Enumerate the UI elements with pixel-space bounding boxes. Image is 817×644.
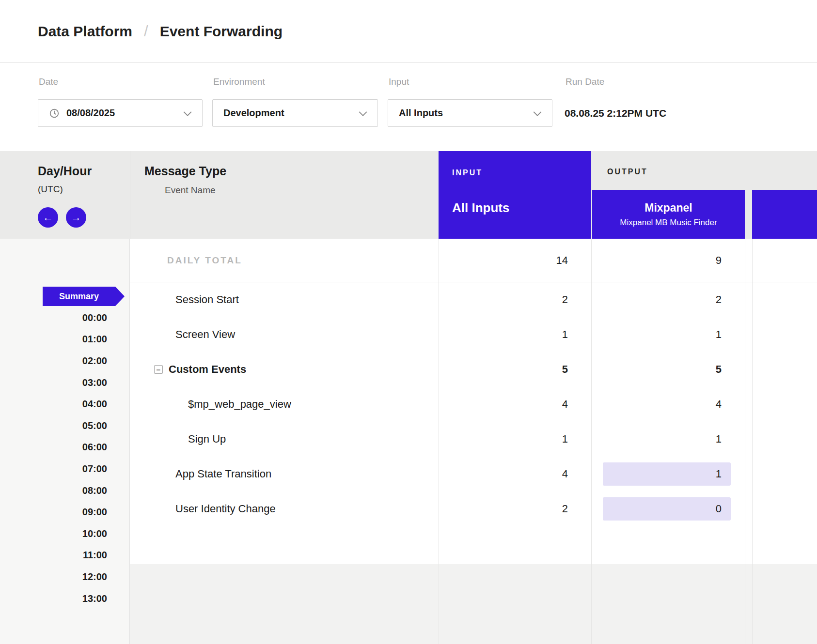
extra-output-cell [752, 491, 817, 526]
column-gap [745, 457, 752, 491]
column-gap [745, 282, 752, 317]
extra-output-cell [752, 387, 817, 422]
day-hour-subtitle: (UTC) [38, 184, 63, 195]
breadcrumb-current-page: Event Forwarding [160, 23, 283, 40]
input-filter-label: Input [389, 77, 409, 87]
event-row: User Identity Change20 [130, 491, 817, 526]
input-count-cell: 2 [439, 282, 591, 317]
hour-item[interactable]: 09:00 [0, 501, 129, 523]
day-navigation: ← → [38, 207, 86, 228]
breadcrumb: Data Platform / Event Forwarding [0, 0, 817, 63]
event-name-label: Sign Up [188, 433, 226, 445]
event-name-label: User Identity Change [175, 503, 276, 515]
day-hour-title: Day/Hour [38, 164, 92, 178]
input-count-cell: 5 [439, 352, 591, 387]
environment-dropdown-value: Development [223, 107, 284, 119]
event-name-label: $mp_web_page_view [188, 398, 291, 411]
date-dropdown-value: 08/08/2025 [66, 107, 115, 119]
run-date-value-wrap: 08.08.25 2:12PM UTC [565, 99, 666, 127]
hour-item[interactable]: 02:00 [0, 350, 129, 372]
hour-item[interactable]: 12:00 [0, 566, 129, 588]
event-row: Session Start22 [130, 282, 817, 317]
output-count-cell: 2 [591, 282, 745, 317]
input-column-header[interactable]: INPUT All Inputs [439, 151, 591, 239]
arrow-left-icon: ← [43, 212, 53, 223]
chevron-down-icon [184, 108, 192, 116]
hour-item[interactable]: 10:00 [0, 523, 129, 545]
input-count-cell: 4 [439, 387, 591, 422]
event-rows: Session Start22Screen View11−Custom Even… [130, 282, 817, 526]
column-divider [130, 151, 130, 239]
extra-output-cell [752, 457, 817, 491]
event-name-cell: $mp_web_page_view [130, 387, 439, 422]
breadcrumb-section-link[interactable]: Data Platform [38, 23, 132, 40]
output-column-header-partial[interactable] [752, 190, 817, 239]
hour-item[interactable]: 13:00 [0, 588, 129, 610]
input-column-title: All Inputs [452, 200, 509, 215]
input-count-cell: 1 [439, 317, 591, 352]
chevron-down-icon [359, 108, 367, 116]
input-dropdown[interactable]: All Inputs [388, 99, 552, 127]
extra-output-cell [752, 352, 817, 387]
output-count-cell: 1 [591, 422, 745, 457]
hour-item[interactable]: 07:00 [0, 458, 129, 480]
input-dropdown-value: All Inputs [399, 107, 443, 119]
column-gap [745, 352, 752, 387]
environment-dropdown[interactable]: Development [212, 99, 378, 127]
arrow-right-icon: → [71, 212, 81, 223]
message-type-title: Message Type [144, 164, 226, 178]
output-column-subtitle: Mixpanel MB Music Finder [620, 218, 717, 228]
extra-output-cell [752, 282, 817, 317]
hour-item[interactable]: 08:00 [0, 480, 129, 502]
hour-item[interactable]: 11:00 [0, 545, 129, 567]
extra-output-cell [752, 422, 817, 457]
daily-total-output-count: 9 [591, 239, 745, 282]
chevron-down-icon [534, 108, 542, 116]
clock-icon [49, 108, 60, 119]
extra-output-cell [752, 239, 817, 282]
hour-item[interactable]: 01:00 [0, 329, 129, 351]
highlighted-count: 1 [603, 462, 731, 486]
column-gap [745, 387, 752, 422]
collapse-icon[interactable]: − [154, 365, 163, 374]
event-name-cell: App State Transition [130, 457, 439, 491]
time-column: Summary 00:0001:0002:0003:0004:0005:0006… [0, 239, 130, 644]
run-date-value: 08.08.25 2:12PM UTC [565, 107, 666, 119]
input-count-cell: 1 [439, 422, 591, 457]
hour-item[interactable]: 03:00 [0, 372, 129, 394]
previous-day-button[interactable]: ← [38, 207, 58, 228]
extra-output-cell [752, 317, 817, 352]
hour-item[interactable]: 04:00 [0, 393, 129, 415]
grid-footer [130, 564, 817, 644]
grid-main: DAILY TOTAL 14 9 Session Start22Screen V… [130, 239, 817, 644]
event-name-cell: Session Start [130, 282, 439, 317]
output-column-header-mixpanel[interactable]: Mixpanel Mixpanel MB Music Finder [592, 190, 745, 239]
hour-item[interactable]: 05:00 [0, 415, 129, 437]
event-row: Sign Up11 [130, 422, 817, 457]
event-name-cell: User Identity Change [130, 491, 439, 526]
input-section-label: INPUT [452, 169, 483, 177]
output-count-cell: 4 [591, 387, 745, 422]
event-forwarding-page: Data Platform / Event Forwarding Date 08… [0, 0, 817, 644]
input-count-cell: 2 [439, 491, 591, 526]
event-name-label: Custom Events [169, 363, 246, 376]
column-gap [745, 491, 752, 526]
next-day-button[interactable]: → [66, 207, 86, 228]
event-name-cell: −Custom Events [130, 352, 439, 387]
output-count-cell: 0 [591, 491, 745, 526]
input-count-cell: 4 [439, 457, 591, 491]
event-name-cell: Screen View [130, 317, 439, 352]
hour-item[interactable]: 00:00 [0, 307, 129, 329]
grid-body: Summary 00:0001:0002:0003:0004:0005:0006… [0, 239, 817, 644]
event-name-label: Screen View [175, 328, 235, 341]
hour-item[interactable]: 06:00 [0, 437, 129, 459]
event-name-cell: Sign Up [130, 422, 439, 457]
date-dropdown[interactable]: 08/08/2025 [38, 99, 203, 127]
event-row: Screen View11 [130, 317, 817, 352]
event-row: App State Transition41 [130, 457, 817, 491]
event-name-subtitle: Event Name [165, 185, 216, 196]
summary-badge[interactable]: Summary [43, 287, 125, 306]
environment-filter-label: Environment [213, 77, 265, 87]
date-filter-label: Date [39, 77, 58, 87]
event-name-label: App State Transition [175, 468, 271, 480]
